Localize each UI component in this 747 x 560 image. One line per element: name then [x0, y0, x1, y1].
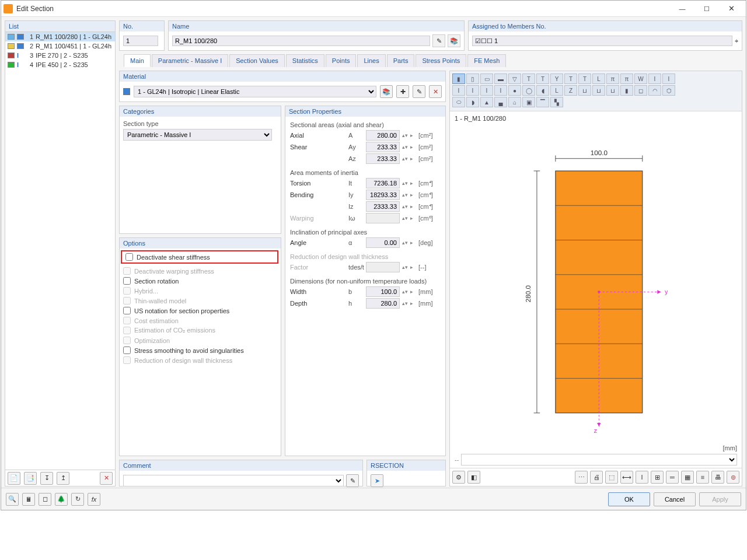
material-edit-button[interactable]: ✎ — [413, 85, 425, 98]
help-button[interactable]: 🔍 — [6, 493, 19, 506]
shape-trapez[interactable]: ▽ — [508, 74, 521, 84]
preview-tool-d[interactable]: ⟷ — [620, 471, 633, 484]
comment-edit-button[interactable]: ✎ — [346, 474, 359, 487]
shape-ex3[interactable]: ▄ — [494, 97, 507, 107]
shape-tee4[interactable]: T — [564, 74, 577, 84]
comment-select[interactable] — [123, 475, 344, 487]
shape-L[interactable]: L — [592, 74, 605, 84]
minimize-button[interactable] — [670, 2, 694, 16]
shape-rect3[interactable]: ▭ — [480, 74, 493, 84]
shape-round[interactable]: ⬭ — [452, 97, 465, 107]
material-new-button[interactable]: ✚ — [396, 85, 409, 98]
shape-ex5[interactable]: ▣ — [522, 97, 535, 107]
shape-oval[interactable]: ◖ — [536, 85, 549, 96]
list-item[interactable]: 2R_M1 100/451 | 1 - GL24h — [5, 41, 115, 51]
apply-button[interactable]: Apply — [699, 492, 741, 506]
pick-members-button[interactable]: ⌖ — [735, 37, 738, 45]
list-item[interactable]: I4IPE 450 | 2 - S235 — [5, 60, 115, 69]
tab-parts[interactable]: Parts — [387, 54, 415, 67]
name-input[interactable] — [172, 36, 430, 46]
option-deactivate-shear-stiffness[interactable]: Deactivate shear stiffness — [123, 252, 277, 266]
library-button[interactable]: 📚 — [448, 34, 460, 47]
shape-rect4[interactable]: ▬ — [494, 74, 507, 84]
shape-ring[interactable]: ◯ — [522, 85, 535, 96]
shape-ex2[interactable]: ▲ — [480, 97, 493, 107]
shape-ex7[interactable]: ▚ — [550, 97, 563, 107]
shape-circle[interactable]: ● — [508, 85, 521, 96]
rename-button[interactable]: ✎ — [432, 34, 445, 47]
shape-i6[interactable]: I — [494, 85, 507, 96]
sort-desc-button[interactable]: ↥ — [57, 472, 69, 485]
shape-u3[interactable]: ⊔ — [606, 85, 619, 96]
tree-button[interactable]: 🌲 — [55, 493, 68, 506]
shape-col[interactable]: ▮ — [620, 85, 633, 96]
shape-u2[interactable]: ⊔ — [592, 85, 605, 96]
shape-tee5[interactable]: T — [578, 74, 591, 84]
copy-item-button[interactable]: 📑 — [24, 472, 37, 485]
preview-tool-h[interactable]: ▦ — [681, 471, 694, 484]
shape-L2[interactable]: L — [550, 85, 563, 96]
shape-Z[interactable]: Z — [564, 85, 577, 96]
shape-i4[interactable]: I — [466, 85, 479, 96]
shape-w[interactable]: W — [634, 74, 647, 84]
option-section-rotation[interactable]: Section rotation — [123, 276, 277, 286]
no-input[interactable] — [123, 36, 158, 46]
shape-i3[interactable]: I — [452, 85, 465, 96]
list-item[interactable]: 1R_M1 100/280 | 1 - GL24h — [5, 32, 115, 41]
preview-tool-j[interactable]: 🖶 — [711, 471, 724, 484]
shape-i1[interactable]: I — [648, 74, 661, 84]
rsection-button[interactable]: ➤ — [371, 474, 383, 487]
tab-section-values[interactable]: Section Values — [229, 54, 285, 67]
preview-tool-f[interactable]: ⊞ — [651, 471, 664, 484]
shape-ex4[interactable]: ⌂ — [508, 97, 521, 107]
shape-pi1[interactable]: π — [606, 74, 619, 84]
preview-tool-b[interactable]: 🖨 — [590, 471, 603, 484]
tab-lines[interactable]: Lines — [357, 54, 385, 67]
shape-i5[interactable]: I — [480, 85, 493, 96]
maximize-button[interactable] — [694, 2, 719, 16]
shape-tee1[interactable]: T — [522, 74, 535, 84]
preview-tool-k[interactable]: ⊚ — [727, 471, 739, 484]
shape-arc[interactable]: ◠ — [648, 85, 661, 96]
script-button[interactable]: fx — [88, 493, 100, 506]
shape-tee2[interactable]: T — [536, 74, 549, 84]
shape-rect2[interactable]: ▯ — [466, 74, 479, 84]
tab-main[interactable]: Main — [124, 54, 151, 67]
section-type-select[interactable]: Parametric - Massive I — [123, 129, 272, 141]
option-us-notation-for-section-properties[interactable]: US notation for section properties — [123, 306, 277, 316]
shape-i2[interactable]: I — [662, 74, 675, 84]
preview-tool-i[interactable]: ≡ — [696, 471, 709, 484]
new-item-button[interactable]: 📄 — [8, 472, 20, 485]
preview-tool-c[interactable]: ⬚ — [605, 471, 618, 484]
calc-button[interactable]: 🖩 — [22, 493, 35, 506]
shape-box[interactable]: ◻ — [634, 85, 647, 96]
shape-pi2[interactable]: π — [620, 74, 633, 84]
refresh-button[interactable]: ↻ — [71, 493, 84, 506]
shape-hex[interactable]: ⬡ — [662, 85, 675, 96]
close-button[interactable] — [719, 2, 743, 16]
units-button[interactable]: ◻ — [39, 493, 51, 506]
shape-u1[interactable]: ⊔ — [578, 85, 591, 96]
tab-stress-points[interactable]: Stress Points — [416, 54, 466, 67]
cancel-button[interactable]: Cancel — [654, 492, 696, 506]
shape-ex6[interactable]: ▔ — [536, 97, 549, 107]
preview-tool-g[interactable]: ═ — [666, 471, 679, 484]
preview-tool-e[interactable]: I — [636, 471, 648, 484]
preview-tool-2[interactable]: ◧ — [467, 471, 480, 484]
ok-button[interactable]: OK — [608, 492, 650, 506]
sort-asc-button[interactable]: ↧ — [40, 472, 53, 485]
tab-parametric-massive-i[interactable]: Parametric - Massive I — [152, 54, 228, 67]
shape-tee3[interactable]: Y — [550, 74, 563, 84]
preview-tool-1[interactable]: ⚙ — [452, 471, 465, 484]
material-library-button[interactable]: 📚 — [380, 85, 393, 98]
list-item[interactable]: I3IPE 270 | 2 - S235 — [5, 51, 115, 60]
preview-tool-a[interactable]: ⋯ — [575, 471, 588, 484]
tab-statistics[interactable]: Statistics — [286, 54, 324, 67]
assigned-input[interactable] — [472, 36, 732, 46]
material-delete-button[interactable]: ✕ — [429, 85, 442, 98]
shape-ex1[interactable]: ◗ — [466, 97, 479, 107]
material-select[interactable]: 1 - GL24h | Isotropic | Linear Elastic — [134, 86, 376, 97]
tab-fe-mesh[interactable]: FE Mesh — [467, 54, 506, 67]
shape-rect[interactable]: ▮ — [452, 74, 465, 84]
preview-view-select[interactable] — [461, 454, 737, 466]
